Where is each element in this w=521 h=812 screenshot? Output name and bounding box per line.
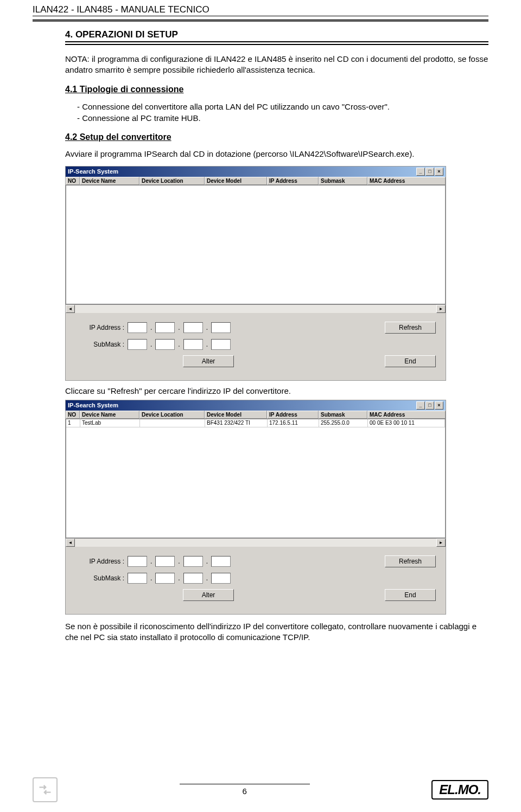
col-no[interactable]: NO — [66, 177, 80, 185]
ip-octet-3[interactable] — [183, 322, 203, 333]
sm-octet-3[interactable] — [183, 339, 203, 350]
end-button[interactable]: End — [385, 355, 436, 367]
scroll-left-button[interactable]: ◄ — [66, 305, 75, 313]
grid-header: NO Device Name Device Location Device Mo… — [66, 411, 446, 419]
ipsearch-window-populated: IP-Search System _ □ × NO Device Name De… — [65, 400, 446, 615]
h-scrollbar[interactable]: ◄ ► — [66, 304, 446, 313]
scroll-track[interactable] — [75, 539, 436, 547]
ip-octet-1[interactable] — [128, 322, 147, 333]
scroll-right-button[interactable]: ► — [436, 539, 446, 547]
minimize-button[interactable]: _ — [416, 168, 425, 176]
end-button[interactable]: End — [385, 589, 436, 601]
scroll-track[interactable] — [75, 305, 436, 313]
sm-octet-1[interactable] — [128, 339, 147, 350]
sm-octet-2[interactable] — [155, 573, 175, 584]
submask-label: SubMask : — [75, 341, 128, 348]
col-device-name[interactable]: Device Name — [80, 177, 139, 185]
page-number: 6 — [242, 787, 246, 796]
text-42: Avviare il programma IPSearch dal CD in … — [65, 149, 488, 159]
window-title: IP-Search System — [68, 402, 118, 408]
col-ip-address[interactable]: IP Address — [267, 177, 319, 185]
subsection-42-title: 4.2 Setup del convertitore — [65, 132, 488, 142]
h-scrollbar[interactable]: ◄ ► — [66, 538, 446, 547]
cell-no: 1 — [66, 419, 80, 427]
grid-body-empty — [66, 186, 446, 304]
sm-octet-1[interactable] — [128, 573, 147, 584]
sm-octet-2[interactable] — [155, 339, 175, 350]
close-button[interactable]: × — [435, 168, 443, 176]
col-device-model[interactable]: Device Model — [205, 411, 267, 419]
col-mac-address[interactable]: MAC Address — [367, 177, 446, 185]
cell-device-model: BF431 232/422 TI — [205, 419, 268, 427]
running-head: ILAN422 - ILAN485 - MANUALE TECNICO — [33, 0, 488, 15]
cell-device-name: TestLab — [80, 419, 140, 427]
arrows-icon — [33, 777, 58, 802]
refresh-button[interactable]: Refresh — [385, 555, 436, 567]
col-no[interactable]: NO — [66, 411, 80, 419]
cell-device-location — [140, 419, 205, 427]
ip-address-label: IP Address : — [75, 324, 128, 331]
ip-octet-1[interactable] — [128, 556, 147, 567]
ip-octet-2[interactable] — [155, 322, 175, 333]
col-mac-address[interactable]: MAC Address — [367, 411, 446, 419]
scroll-left-button[interactable]: ◄ — [66, 539, 75, 547]
grid-body: 1 TestLab BF431 232/422 TI 172.16.5.11 2… — [66, 419, 446, 538]
scroll-right-button[interactable]: ► — [436, 305, 446, 313]
col-device-location[interactable]: Device Location — [139, 411, 205, 419]
window-title: IP-Search System — [68, 168, 118, 175]
nota-paragraph: NOTA: il programma di configurazione di … — [65, 54, 488, 76]
subsection-41-title: 4.1 Tipologie di connessione — [65, 85, 488, 94]
alter-button[interactable]: Alter — [183, 589, 234, 601]
bullet-41a: - Connessione del convertitore alla port… — [77, 101, 488, 112]
col-ip-address[interactable]: IP Address — [267, 411, 319, 419]
cell-mac-address: 00 0E E3 00 10 11 — [368, 419, 445, 427]
refresh-button[interactable]: Refresh — [385, 322, 436, 334]
cell-submask: 255.255.0.0 — [319, 419, 368, 427]
elmo-logo: EL.MO. — [431, 780, 488, 800]
ip-octet-2[interactable] — [155, 556, 175, 567]
col-device-location[interactable]: Device Location — [139, 177, 205, 185]
titlebar[interactable]: IP-Search System _ □ × — [66, 167, 446, 177]
cell-ip-address: 172.16.5.11 — [268, 419, 319, 427]
col-device-model[interactable]: Device Model — [205, 177, 267, 185]
ip-octet-4[interactable] — [211, 322, 231, 333]
minimize-button[interactable]: _ — [416, 401, 425, 410]
maximize-button[interactable]: □ — [425, 168, 434, 176]
sm-octet-4[interactable] — [211, 573, 231, 584]
sm-octet-3[interactable] — [183, 573, 203, 584]
caption-refresh: Cliccare su "Refresh" per cercare l'indi… — [65, 386, 488, 395]
table-row[interactable]: 1 TestLab BF431 232/422 TI 172.16.5.11 2… — [66, 419, 445, 427]
grid-header: NO Device Name Device Location Device Mo… — [66, 177, 446, 186]
sm-octet-4[interactable] — [211, 339, 231, 350]
col-submask[interactable]: Submask — [319, 411, 367, 419]
maximize-button[interactable]: □ — [425, 401, 434, 410]
ipsearch-window-empty: IP-Search System _ □ × NO Device Name De… — [65, 166, 446, 381]
ip-octet-4[interactable] — [211, 556, 231, 567]
ip-octet-3[interactable] — [183, 556, 203, 567]
titlebar[interactable]: IP-Search System _ □ × — [66, 400, 446, 411]
section-title: 4. OPERAZIONI DI SETUP — [65, 29, 488, 42]
submask-label: SubMask : — [75, 574, 128, 582]
bullet-41b: - Connessione al PC tramite HUB. — [77, 112, 488, 124]
trailing-paragraph: Se non è possibile il riconoscimento del… — [65, 621, 488, 643]
col-submask[interactable]: Submask — [319, 177, 367, 185]
col-device-name[interactable]: Device Name — [80, 411, 139, 419]
alter-button[interactable]: Alter — [183, 355, 234, 367]
ip-address-label: IP Address : — [75, 558, 128, 565]
close-button[interactable]: × — [435, 401, 443, 410]
